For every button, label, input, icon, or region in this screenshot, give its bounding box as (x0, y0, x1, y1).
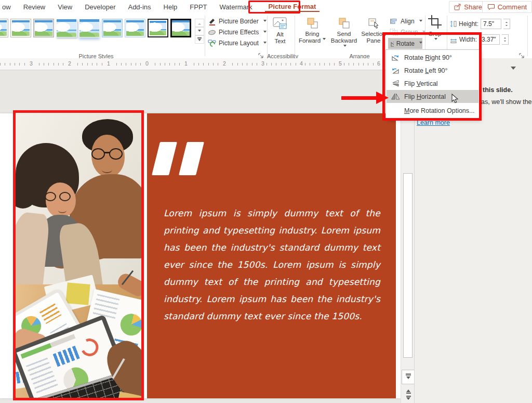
quote-box[interactable]: Lorem ipsum is simply dummy text of the … (147, 113, 396, 398)
next-slide-button[interactable] (404, 395, 413, 402)
thumbnail-image (103, 20, 121, 36)
picture-style-thumb[interactable] (56, 19, 77, 37)
picture-layout-label: Picture Layout (219, 40, 259, 47)
chevron-down-icon (198, 39, 201, 43)
height-field-row: Height: 7.5" (450, 19, 510, 29)
ruler-number: 5 (337, 60, 344, 67)
quote-text[interactable]: Lorem ipsum is simply dummy text of the … (164, 205, 380, 330)
picture-border-label: Picture Border (219, 18, 259, 25)
next-slide-icon (406, 397, 410, 402)
ruler-number: 3 (28, 60, 35, 67)
chevron-down-icon (263, 20, 267, 23)
ruler-number: 1 (105, 60, 112, 67)
quote-mark (179, 142, 204, 175)
mouse-cursor-icon (451, 94, 459, 106)
panel-text-fragment-bold: this slide. (483, 86, 513, 94)
chevron-up-icon (198, 21, 201, 25)
align-button[interactable]: Align (390, 17, 422, 26)
menu-item-addins[interactable]: Add-ins (128, 3, 151, 11)
chevron-down-icon (323, 38, 326, 42)
picture-style-thumb[interactable] (33, 19, 54, 37)
menu-item-fppt[interactable]: FPPT (190, 3, 207, 11)
spinner-down-icon (506, 25, 508, 27)
picture-effects-icon (208, 29, 216, 36)
align-icon (390, 18, 398, 24)
picture-layout-icon (208, 40, 216, 47)
menu-item-view[interactable]: View (58, 3, 72, 11)
spinner-up-icon (506, 21, 508, 23)
comment-label: Comment (498, 3, 527, 11)
picture-style-thumb[interactable] (79, 19, 100, 37)
picture-style-thumb[interactable] (102, 19, 123, 37)
menu-item-partial[interactable]: ow (2, 3, 11, 11)
horizontal-ruler[interactable]: 3 2 1 0 1 2 3 4 5 6 (0, 58, 401, 70)
menu-item-developer[interactable]: Developer (85, 3, 115, 11)
scroll-down-button[interactable] (402, 370, 415, 384)
picture-style-thumb[interactable] (125, 19, 145, 37)
photo-man-glasses (91, 148, 105, 160)
scrollbar-thumb[interactable] (403, 173, 413, 358)
group-divider (295, 16, 295, 56)
menu-item-help[interactable]: Help (164, 3, 178, 11)
text-lines-graphic (26, 357, 59, 395)
team-photo[interactable] (13, 110, 144, 400)
thumbnail-image (35, 20, 52, 36)
chevron-down-icon (419, 20, 422, 23)
selection-pane-label-line2: Pane (367, 37, 381, 44)
spinner-down-icon (504, 41, 506, 43)
bring-forward-label-line1: Bring (305, 31, 320, 37)
height-spinner[interactable] (503, 19, 510, 29)
menu-item-watermark[interactable]: Watermark (220, 3, 252, 11)
thumbnail-image (172, 20, 190, 36)
slide-canvas[interactable]: Lorem ipsum is simply dummy text of the … (0, 70, 401, 403)
photo-woman-smile (58, 207, 66, 213)
spinner-up-icon (504, 36, 506, 38)
previous-slide-button[interactable] (404, 387, 413, 394)
picture-layout-button[interactable]: Picture Layout (208, 38, 267, 48)
gallery-scroll-down-button[interactable] (195, 27, 204, 35)
picture-style-thumb[interactable] (0, 19, 8, 37)
picture-styles-dialog-launcher[interactable] (258, 51, 264, 58)
next-slide-icon (406, 396, 411, 397)
chevron-down-icon (343, 45, 347, 48)
ruler-number: 3 (259, 60, 267, 67)
bring-forward-button[interactable]: Bring Forward (298, 17, 326, 44)
thumbnail-image (150, 21, 166, 35)
picture-effects-button[interactable]: Picture Effects (208, 28, 267, 37)
height-input[interactable]: 7.5" (481, 19, 501, 29)
photo-woman-glasses (45, 192, 56, 201)
chevron-down-icon[interactable] (511, 67, 516, 72)
height-label: Height: (459, 20, 478, 28)
send-backward-label-line2: Backward (331, 37, 357, 44)
pie-chart-graphic (118, 311, 144, 337)
chevron-down-icon (198, 30, 201, 33)
send-backward-button[interactable]: Send Backward (329, 17, 358, 51)
photo-sticky-note (65, 282, 90, 305)
share-button[interactable]: Share (449, 1, 487, 13)
picture-border-button[interactable]: Picture Border (208, 17, 267, 26)
quote-mark (152, 142, 177, 175)
rotate-menu-callout-box (382, 32, 482, 121)
menu-item-review[interactable]: Review (23, 3, 46, 11)
picture-style-thumb[interactable] (148, 19, 168, 37)
group-divider (527, 16, 528, 56)
thumbnail-image (126, 20, 144, 36)
comment-button[interactable]: Comment (482, 1, 532, 13)
ruler-number: 2 (66, 60, 73, 67)
text-lines-graphic (92, 294, 119, 319)
gallery-more-button[interactable] (195, 35, 204, 44)
bar-chart-graphic (39, 303, 61, 324)
width-spinner[interactable] (502, 34, 509, 45)
bring-forward-label-line2: Forward (299, 37, 321, 44)
size-dialog-launcher[interactable] (519, 51, 525, 58)
group-divider (205, 16, 205, 56)
more-bar-icon (197, 37, 202, 38)
alt-text-button[interactable]: Alt Text (268, 17, 292, 45)
picture-effects-label: Picture Effects (219, 29, 259, 36)
gallery-scroll-column (195, 19, 204, 44)
picture-style-thumb[interactable] (170, 19, 191, 37)
picture-style-thumb[interactable] (10, 19, 31, 37)
gallery-scroll-up-button[interactable] (195, 19, 204, 27)
bar-chart-graphic (53, 346, 80, 367)
width-input[interactable]: 3.37" (479, 34, 500, 45)
